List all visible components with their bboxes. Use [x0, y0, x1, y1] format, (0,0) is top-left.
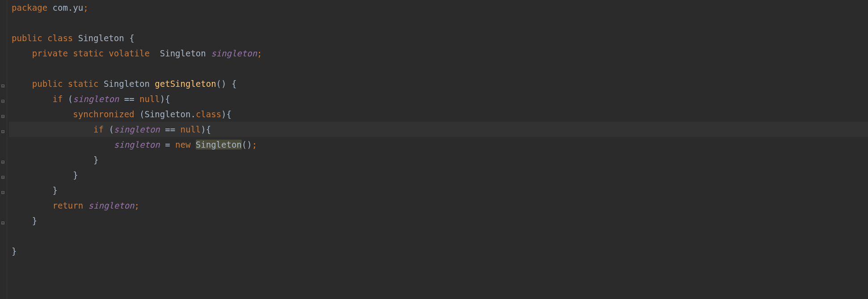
indent: [12, 170, 73, 180]
field-name: singleton: [88, 201, 135, 210]
class-name-highlighted: Singleton: [196, 140, 242, 150]
brace: }: [12, 246, 17, 256]
code-line[interactable]: return singleton;: [9, 198, 868, 213]
indent: [12, 185, 53, 195]
method-name: getSingleton: [155, 79, 216, 89]
indent: [12, 48, 32, 58]
keyword-private: private: [32, 48, 68, 58]
space: [104, 124, 109, 134]
indent: [12, 94, 53, 104]
editor-gutter: ⊟ ⊟ ⊟ ⊟ ⊟ ⊟ ⊟ ⊟: [0, 0, 7, 299]
brace: }: [53, 185, 58, 195]
fold-marker-icon[interactable]: ⊟: [1, 109, 4, 124]
indent: [12, 109, 73, 119]
keyword-null: null: [181, 124, 201, 134]
indent: [12, 79, 32, 89]
code-line[interactable]: [9, 228, 868, 243]
code-line[interactable]: singleton = new Singleton();: [9, 137, 868, 152]
fold-end-icon[interactable]: ⊟: [1, 154, 4, 170]
operator: =: [160, 140, 175, 150]
keyword-volatile: volatile: [104, 48, 150, 58]
space: [135, 109, 139, 119]
code-line[interactable]: public static Singleton getSingleton() {: [9, 76, 868, 91]
keyword-static: static: [63, 79, 98, 89]
semicolon: ;: [83, 3, 88, 13]
field-name: singleton: [114, 124, 160, 134]
fold-marker-icon[interactable]: ⊟: [1, 124, 4, 139]
code-line[interactable]: private static volatile Singleton single…: [9, 46, 868, 61]
paren: ): [160, 94, 165, 104]
paren: (: [139, 109, 144, 119]
code-line[interactable]: synchronized (Singleton.class){: [9, 107, 868, 122]
code-editor[interactable]: ⊟ ⊟ ⊟ ⊟ ⊟ ⊟ ⊟ ⊟ package com.yu; public c…: [0, 0, 868, 299]
indent: [12, 155, 93, 165]
code-line[interactable]: }: [9, 243, 868, 259]
field-name: singleton: [211, 48, 257, 58]
indent: [12, 124, 93, 134]
code-line[interactable]: }: [9, 213, 868, 228]
brace: {: [232, 79, 236, 89]
brace: {: [206, 124, 211, 134]
keyword-public: public: [12, 33, 42, 43]
keyword-if: if: [93, 124, 104, 134]
indent: [12, 201, 53, 210]
field-name: singleton: [73, 94, 119, 104]
indent: [12, 140, 114, 150]
brace: {: [165, 94, 170, 104]
paren: ): [221, 109, 226, 119]
space: [150, 48, 160, 58]
keyword-new: new: [175, 140, 190, 150]
keyword-static: static: [68, 48, 104, 58]
parens: (): [242, 140, 252, 150]
code-line-highlighted[interactable]: if (singleton == null){: [9, 122, 868, 137]
class-name: Singleton: [144, 109, 190, 119]
code-line[interactable]: [9, 61, 868, 76]
type-name: Singleton: [98, 79, 155, 89]
package-name: com.yu: [47, 3, 83, 13]
code-line[interactable]: }: [9, 167, 868, 183]
keyword-if: if: [53, 94, 63, 104]
space: [63, 94, 67, 104]
semicolon: ;: [257, 48, 262, 58]
field-name: singleton: [114, 140, 160, 150]
indent: [12, 216, 32, 226]
code-line[interactable]: if (singleton == null){: [9, 91, 868, 107]
keyword-class: class: [196, 109, 221, 119]
code-line[interactable]: }: [9, 152, 868, 167]
code-line[interactable]: }: [9, 183, 868, 198]
keyword-class: class: [42, 33, 73, 43]
code-line[interactable]: package com.yu;: [9, 0, 868, 15]
brace: }: [73, 170, 78, 180]
brace: }: [32, 216, 37, 226]
keyword-public: public: [32, 79, 63, 89]
fold-marker-icon[interactable]: ⊟: [1, 94, 4, 109]
code-line[interactable]: [9, 15, 868, 30]
semicolon: ;: [252, 140, 257, 150]
class-name: Singleton: [73, 33, 129, 43]
operator: ==: [160, 124, 181, 134]
brace: {: [129, 33, 134, 43]
keyword-synchronized: synchronized: [73, 109, 134, 119]
operator: ==: [119, 94, 139, 104]
fold-end-icon[interactable]: ⊟: [1, 215, 4, 231]
dot: .: [190, 109, 195, 119]
type-name: Singleton: [160, 48, 211, 58]
semicolon: ;: [135, 201, 139, 210]
code-content[interactable]: package com.yu; public class Singleton {…: [7, 0, 868, 299]
space: [190, 140, 195, 150]
brace: }: [93, 155, 98, 165]
brace: {: [227, 109, 232, 119]
fold-end-icon[interactable]: ⊟: [1, 170, 4, 185]
keyword-package: package: [12, 3, 47, 13]
keyword-null: null: [139, 94, 160, 104]
keyword-return: return: [53, 201, 84, 210]
paren: ): [201, 124, 206, 134]
parens: (): [216, 79, 232, 89]
fold-end-icon[interactable]: ⊟: [1, 185, 4, 200]
code-line[interactable]: public class Singleton {: [9, 30, 868, 46]
paren: (: [109, 124, 114, 134]
fold-marker-icon[interactable]: ⊟: [1, 78, 4, 94]
space: [83, 201, 88, 210]
paren: (: [68, 94, 73, 104]
